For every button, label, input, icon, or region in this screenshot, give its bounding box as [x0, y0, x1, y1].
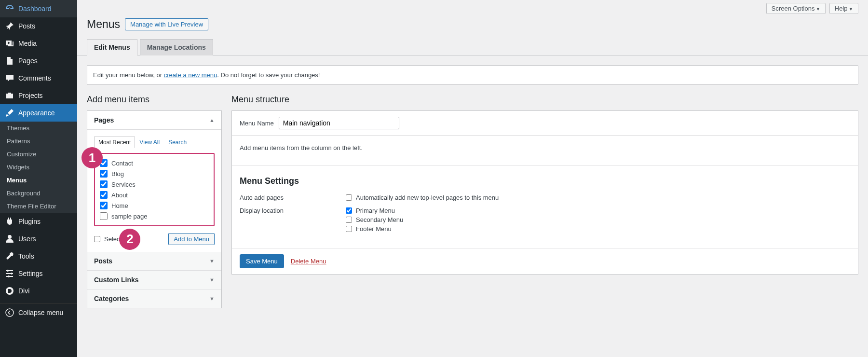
page-title: Menus	[87, 18, 120, 31]
loc-secondary[interactable]: Secondary Menu	[346, 215, 403, 224]
loc-checkbox[interactable]	[346, 226, 352, 232]
settings-title: Menu Settings	[240, 176, 850, 186]
page-label: Home	[111, 202, 128, 209]
sidebar-item-projects[interactable]: Projects	[0, 87, 77, 104]
page-checkbox[interactable]	[100, 170, 108, 178]
help-button[interactable]: Help	[829, 3, 858, 14]
sub-patterns[interactable]: Patterns	[0, 135, 77, 148]
sidebar-item-tools[interactable]: Tools	[0, 247, 77, 265]
sub-theme-editor[interactable]: Theme File Editor	[0, 200, 77, 213]
select-all-checkbox[interactable]	[94, 236, 100, 242]
page-check-item[interactable]: Services	[100, 179, 209, 190]
create-menu-link[interactable]: create a new menu	[164, 71, 217, 79]
live-preview-button[interactable]: Manage with Live Preview	[125, 18, 208, 30]
menu-frame: Menu Name Add menu items from the column…	[231, 110, 858, 275]
main-content: Screen Options Help Menus Manage with Li…	[77, 0, 868, 318]
svg-point-0	[8, 235, 12, 239]
admin-sidebar: Dashboard Posts Media Pages Comments Pro…	[0, 0, 77, 318]
page-check-item[interactable]: About	[100, 190, 209, 200]
collapse-menu[interactable]: Collapse menu	[0, 303, 77, 318]
page-check-item[interactable]: sample page	[100, 211, 209, 221]
collapse-icon	[5, 308, 14, 317]
sidebar-item-comments[interactable]: Comments	[0, 69, 77, 87]
sidebar-item-plugins[interactable]: Plugins	[0, 213, 77, 230]
page-checkbox[interactable]	[100, 212, 108, 220]
menu-footer: Save Menu Delete Menu	[232, 248, 858, 274]
tab-manage-locations[interactable]: Manage Locations	[140, 39, 213, 55]
screen-options-button[interactable]: Screen Options	[766, 3, 826, 14]
sidebar-item-posts[interactable]: Posts	[0, 17, 77, 35]
sidebar-item-appearance[interactable]: Appearance	[0, 104, 77, 122]
page-check-item[interactable]: Contact	[100, 158, 209, 168]
save-menu-button[interactable]: Save Menu	[240, 254, 284, 268]
delete-menu-link[interactable]: Delete Menu	[291, 258, 326, 265]
loc-footer[interactable]: Footer Menu	[346, 224, 403, 233]
sidebar-label: Dashboard	[18, 5, 52, 13]
wrench-icon	[5, 251, 14, 261]
option-text: Footer Menu	[356, 225, 392, 233]
svg-point-2	[11, 273, 13, 275]
acc-custom-links-header[interactable]: Custom Links ▼	[87, 271, 221, 289]
acc-pages-header[interactable]: Pages ▲	[87, 111, 221, 130]
subtab-view-all[interactable]: View All	[135, 137, 164, 148]
user-icon	[5, 234, 14, 244]
add-to-menu-button[interactable]: Add to Menu	[168, 233, 215, 245]
pin-icon	[5, 21, 14, 31]
page-label: About	[111, 192, 128, 199]
menu-name-input[interactable]	[279, 117, 399, 129]
sidebar-item-pages[interactable]: Pages	[0, 52, 77, 69]
tab-edit-menus[interactable]: Edit Menus	[87, 39, 137, 55]
sidebar-label: Pages	[18, 57, 38, 65]
sub-themes[interactable]: Themes	[0, 122, 77, 135]
acc-footer: Select All 2 Add to Menu	[94, 233, 215, 245]
add-items-column: Add menu items Pages ▲ Most Recent View …	[87, 95, 222, 308]
add-items-heading: Add menu items	[87, 95, 222, 105]
brush-icon	[5, 108, 14, 118]
page-checkbox[interactable]	[100, 191, 108, 199]
sub-widgets[interactable]: Widgets	[0, 161, 77, 174]
acc-pages-body: Most Recent View All Search 1 Contact Bl…	[87, 130, 221, 252]
loc-primary[interactable]: Primary Menu	[346, 206, 403, 215]
annotation-2: 2	[119, 229, 140, 250]
menu-settings: Menu Settings Auto add pages Automatical…	[232, 165, 858, 248]
divi-icon	[5, 286, 14, 296]
sidebar-item-dashboard[interactable]: Dashboard	[0, 0, 77, 17]
menu-body: Add menu items from the column on the le…	[232, 136, 858, 165]
page-checkbox[interactable]	[100, 180, 108, 188]
page-header: Menus Manage with Live Preview	[77, 14, 868, 39]
sidebar-label: Divi	[18, 287, 29, 295]
sub-menus[interactable]: Menus	[0, 174, 77, 187]
acc-categories-header[interactable]: Categories ▼	[87, 289, 221, 308]
auto-add-checkbox[interactable]	[346, 194, 352, 201]
sub-background[interactable]: Background	[0, 187, 77, 200]
select-all[interactable]: Select All 2	[94, 235, 130, 243]
sidebar-item-settings[interactable]: Settings	[0, 265, 77, 282]
page-label: Blog	[111, 170, 124, 178]
menu-name-row: Menu Name	[232, 111, 858, 136]
sidebar-item-divi[interactable]: Divi	[0, 282, 77, 300]
edit-notice: Edit your menu below, or create a new me…	[87, 65, 858, 85]
page-check-item[interactable]: Home	[100, 200, 209, 211]
option-text: Automatically add new top-level pages to…	[356, 194, 499, 201]
comment-icon	[5, 73, 14, 83]
pages-checklist: 1 Contact Blog Services About Home sampl…	[94, 153, 215, 226]
acc-posts-header[interactable]: Posts ▼	[87, 252, 221, 271]
page-checkbox[interactable]	[100, 202, 108, 209]
media-icon	[5, 39, 14, 48]
sidebar-label: Plugins	[18, 218, 41, 225]
loc-checkbox[interactable]	[346, 207, 352, 214]
subtab-search[interactable]: Search	[164, 137, 191, 148]
subtab-recent[interactable]: Most Recent	[94, 137, 135, 148]
svg-point-3	[8, 275, 10, 277]
sidebar-item-users[interactable]: Users	[0, 230, 77, 247]
sidebar-label: Projects	[18, 92, 43, 99]
structure-heading: Menu structure	[231, 95, 858, 105]
auto-add-option[interactable]: Automatically add new top-level pages to…	[346, 193, 499, 202]
sub-customize[interactable]: Customize	[0, 148, 77, 161]
page-check-item[interactable]: Blog	[100, 168, 209, 179]
menu-structure-column: Menu structure Menu Name Add menu items …	[231, 95, 858, 308]
empty-menu-text: Add menu items from the column on the le…	[240, 144, 850, 151]
plug-icon	[5, 217, 14, 226]
sidebar-item-media[interactable]: Media	[0, 35, 77, 52]
loc-checkbox[interactable]	[346, 217, 352, 223]
